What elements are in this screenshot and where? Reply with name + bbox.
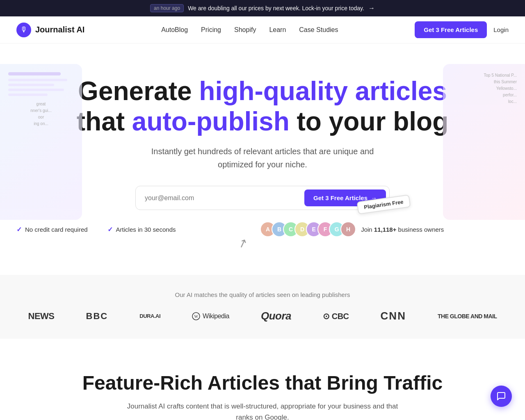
headline-text-1: Generate — [78, 76, 199, 106]
check-no-credit-card: ✓ No credit card required — [16, 226, 88, 233]
logo-wikipedia: W Wikipedia — [192, 312, 229, 320]
hero-section: greatnner's gui...ooring on... Top 5 Nat… — [0, 43, 525, 275]
hero-headline: Generate high-quality articles that auto… — [16, 76, 509, 137]
chat-button[interactable] — [491, 386, 512, 407]
arrow-decoration: ↗ — [236, 235, 249, 251]
navigation: 🎙 Journalist AI AutoBlog Pricing Shopify… — [0, 16, 525, 43]
checks-row: ✓ No credit card required ✓ Articles in … — [16, 221, 509, 237]
logo-globe-mail: THE GLOBE AND MAIL — [438, 313, 497, 320]
login-button[interactable]: Login — [493, 26, 509, 33]
features-section: Feature-Rich Articles that Bring Traffic… — [0, 339, 525, 420]
check-icon-2: ✓ — [107, 226, 113, 233]
publishers-tagline: Our AI matches the quality of articles s… — [16, 291, 509, 298]
logos-row: NEWS BBC DURA.AI W Wikipedia Quora ⊙ CBC… — [16, 310, 509, 322]
publishers-section: Our AI matches the quality of articles s… — [0, 275, 525, 339]
headline-text-2: that — [77, 107, 132, 136]
social-proof-text: Join 11,118+ business owners — [361, 226, 444, 233]
check-articles-speed: ✓ Articles in 30 seconds — [107, 226, 176, 233]
nav-link-autoblog[interactable]: AutoBlog — [161, 26, 188, 33]
features-subtext: Journalist AI crafts content that is wel… — [119, 401, 406, 420]
email-form: Get 3 Free Articles → — [135, 186, 390, 210]
nav-links: AutoBlog Pricing Shopify Learn Case Stud… — [161, 26, 338, 34]
headline-purple-2: auto-publish — [132, 107, 290, 136]
social-proof: A B C D E F G H Join 11,118+ business ow… — [260, 221, 444, 237]
svg-text:W: W — [194, 314, 199, 319]
logo-icon: 🎙 — [16, 23, 31, 37]
time-badge: an hour ago — [150, 4, 184, 12]
logo-cbc: ⊙ CBC — [323, 311, 349, 321]
logo-quora: Quora — [261, 310, 291, 322]
nav-cta-button[interactable]: Get 3 Free Articles — [415, 21, 487, 38]
nav-link-pricing[interactable]: Pricing — [201, 26, 221, 33]
headline-text-3: to your blog — [290, 107, 449, 136]
logo-link[interactable]: 🎙 Journalist AI — [16, 23, 84, 37]
chat-icon — [496, 391, 506, 401]
check-label-1: No credit card required — [25, 226, 88, 233]
logo-news: NEWS — [28, 311, 55, 322]
nav-link-case-studies[interactable]: Case Studies — [299, 26, 338, 33]
banner-message: We are doubling all our prices by next w… — [188, 5, 364, 11]
logo-bbc: BBC — [86, 311, 108, 322]
logo-cnn: CNN — [381, 310, 406, 322]
nav-link-learn[interactable]: Learn — [269, 26, 286, 33]
logo-text: Journalist AI — [35, 25, 84, 34]
banner-arrow[interactable]: → — [368, 5, 375, 12]
check-icon-1: ✓ — [16, 226, 22, 233]
email-input[interactable] — [139, 189, 301, 206]
headline-purple-1: high-quality articles — [199, 76, 447, 106]
nav-link-shopify[interactable]: Shopify — [234, 26, 256, 33]
top-banner: an hour ago We are doubling all our pric… — [0, 0, 525, 16]
hero-bg-card-left: greatnner's gui...ooring on... — [0, 64, 82, 220]
check-label-2: Articles in 30 seconds — [116, 226, 176, 233]
nav-actions: Get 3 Free Articles Login — [415, 21, 509, 38]
hero-bg-card-right: Top 5 National P...this SummerYellowsto.… — [443, 64, 525, 220]
hero-subtext: Instantly get hundreds of relevant artic… — [135, 145, 390, 171]
logo-dura: DURA.AI — [139, 313, 160, 319]
avatar: H — [340, 221, 356, 237]
avatar-stack: A B C D E F G H — [260, 221, 356, 237]
features-heading: Feature-Rich Articles that Bring Traffic — [16, 372, 509, 394]
